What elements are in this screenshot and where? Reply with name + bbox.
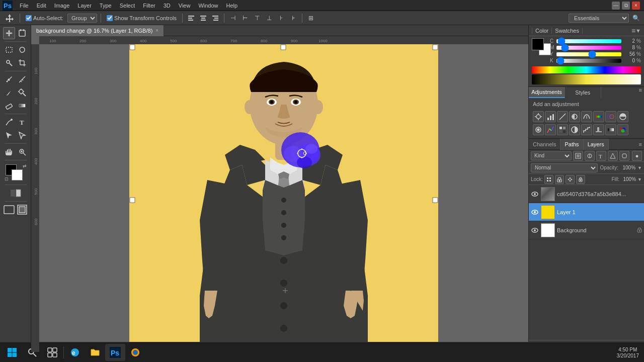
- path-select-tool[interactable]: [3, 129, 15, 141]
- align-right-btn[interactable]: [210, 13, 220, 23]
- distribute-right-btn[interactable]: ⊤: [252, 13, 262, 23]
- task-view-btn[interactable]: [42, 344, 62, 361]
- adj-brightness-icon[interactable]: [533, 111, 544, 122]
- foreground-swatch[interactable]: [532, 38, 544, 50]
- menu-window[interactable]: Window: [195, 2, 221, 10]
- filter-text-icon[interactable]: T: [596, 151, 606, 161]
- distribute-top-btn[interactable]: ⊥: [264, 13, 274, 23]
- adj-levels-icon[interactable]: [545, 111, 556, 122]
- pen-tool[interactable]: [3, 116, 15, 128]
- cmyk-k-slider[interactable]: [556, 59, 621, 63]
- background-color[interactable]: [12, 169, 23, 180]
- swatches-panel-tab[interactable]: Swatches: [552, 28, 583, 34]
- artboard-tool[interactable]: [16, 27, 28, 39]
- text-tool[interactable]: T: [16, 116, 28, 128]
- color-gradient-bar[interactable]: [532, 74, 641, 84]
- restore-btn[interactable]: ⧉: [622, 2, 630, 10]
- start-btn[interactable]: [2, 344, 22, 361]
- workspace-select[interactable]: Essentials 3D Graphic and Web Motion Pai…: [569, 14, 629, 23]
- full-screen-btn[interactable]: [16, 204, 28, 216]
- spacing-btn[interactable]: ⊞: [306, 13, 316, 23]
- canvas-image[interactable]: [129, 44, 438, 352]
- eraser-tool[interactable]: [3, 100, 15, 112]
- lasso-tool[interactable]: [16, 44, 28, 56]
- reset-colors-btn[interactable]: ⊡: [5, 176, 9, 182]
- lock-img-pixels-btn[interactable]: [555, 175, 564, 184]
- lock-pixels-btn[interactable]: [544, 175, 553, 184]
- ie-btn[interactable]: e: [65, 344, 85, 361]
- fill-value[interactable]: 100%: [621, 176, 636, 182]
- menu-edit[interactable]: Edit: [33, 2, 50, 10]
- menu-type[interactable]: Type: [96, 2, 115, 10]
- adj-panel-options[interactable]: ≡: [637, 87, 644, 98]
- filter-shape-icon[interactable]: [608, 151, 618, 161]
- screen-mode-btn[interactable]: [3, 204, 15, 216]
- auto-select-checkbox[interactable]: [26, 15, 32, 21]
- distribute-bottom-btn[interactable]: ⊧: [288, 13, 298, 23]
- close-btn[interactable]: ×: [632, 2, 640, 10]
- layers-tab-label[interactable]: Layers: [584, 139, 609, 150]
- adj-exposure-icon[interactable]: [569, 111, 580, 122]
- layer-item-2[interactable]: Background: [529, 221, 644, 239]
- layer-kind-select[interactable]: Kind Name Effect Mode Attribute Color: [531, 151, 572, 160]
- show-transform-checkbox[interactable]: [107, 15, 113, 21]
- adj-colorsearch-icon[interactable]: [557, 124, 568, 135]
- distribute-center-v-btn[interactable]: ⊦: [276, 13, 286, 23]
- adj-vibrance-icon[interactable]: [581, 111, 592, 122]
- menu-3d[interactable]: 3D: [160, 2, 174, 10]
- workspace-search-btn[interactable]: 🔍: [631, 13, 641, 23]
- adj-invert-icon[interactable]: [569, 124, 580, 135]
- spectrum-bar[interactable]: [532, 66, 641, 73]
- layer-item-0[interactable]: cd65407d376a7a5b3e884...: [529, 185, 644, 203]
- layer-2-visibility-btn[interactable]: [531, 226, 539, 234]
- document-tab[interactable]: background change @ 16.7% (Layer 1, RGB/…: [31, 25, 164, 36]
- tab-close-btn[interactable]: ×: [155, 28, 158, 33]
- blend-mode-select[interactable]: Normal Multiply Screen Overlay Darken Li…: [531, 163, 598, 172]
- move-tool[interactable]: [3, 27, 15, 39]
- firefox-btn[interactable]: [125, 344, 145, 361]
- menu-select[interactable]: Select: [116, 2, 139, 10]
- opacity-value[interactable]: 100%: [620, 165, 635, 170]
- canvas-scroll[interactable]: 1002003004005006007008009001000 10020030…: [31, 36, 528, 352]
- eyedropper-tool[interactable]: [3, 73, 15, 85]
- layer-0-visibility-btn[interactable]: [531, 190, 539, 198]
- ruler-tool[interactable]: [16, 73, 28, 85]
- paths-tab-label[interactable]: Paths: [560, 139, 583, 150]
- group-select[interactable]: Group Layer: [67, 14, 97, 23]
- menu-view[interactable]: View: [175, 2, 194, 10]
- adj-curves-icon[interactable]: [557, 111, 568, 122]
- layers-panel-options[interactable]: ≡: [637, 141, 644, 147]
- adj-photofilt-icon[interactable]: [533, 124, 544, 135]
- filter-smart-icon[interactable]: [619, 151, 629, 161]
- color-panel-options[interactable]: ≡: [631, 27, 635, 35]
- distribute-center-h-btn[interactable]: ⊢: [240, 13, 250, 23]
- direct-select-tool[interactable]: [16, 129, 28, 141]
- distribute-left-btn[interactable]: ⊣: [228, 13, 238, 23]
- zoom-tool[interactable]: [16, 146, 28, 158]
- lock-all-btn[interactable]: [576, 175, 585, 184]
- ps-taskbar-btn[interactable]: Ps: [105, 344, 125, 361]
- layer-item-1[interactable]: Layer 1: [529, 203, 644, 221]
- adj-gradient-map-icon[interactable]: [605, 124, 616, 135]
- menu-layer[interactable]: Layer: [74, 2, 95, 10]
- filter-adj-icon[interactable]: [585, 151, 595, 161]
- filter-pixel-icon[interactable]: [573, 151, 583, 161]
- channels-tab[interactable]: Channels: [529, 139, 560, 150]
- brush-tool[interactable]: [3, 86, 15, 99]
- adj-hsl-icon[interactable]: [593, 111, 604, 122]
- hand-tool[interactable]: [3, 146, 15, 158]
- align-center-btn[interactable]: [198, 13, 208, 23]
- adjustments-tab[interactable]: Adjustments: [529, 87, 565, 98]
- adj-bw-icon[interactable]: [617, 111, 628, 122]
- filter-toggle-btn[interactable]: ●: [632, 151, 642, 161]
- quick-mask-btn[interactable]: [10, 187, 22, 199]
- menu-file[interactable]: File: [16, 2, 32, 10]
- swap-colors-btn[interactable]: ⇄: [23, 163, 27, 168]
- cmyk-m-slider[interactable]: [556, 46, 621, 50]
- cmyk-y-slider[interactable]: [556, 52, 621, 56]
- adj-colorbalance-icon[interactable]: [605, 111, 616, 122]
- menu-image[interactable]: Image: [51, 2, 73, 10]
- lock-position-btn[interactable]: [566, 175, 575, 184]
- color-panel-tab[interactable]: Color: [532, 28, 552, 34]
- color-panel-collapse[interactable]: ▼: [635, 28, 641, 34]
